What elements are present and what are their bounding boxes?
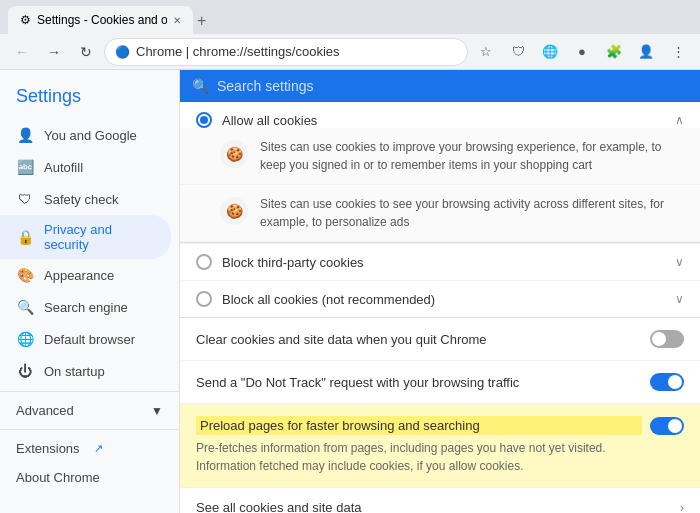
clear-cookies-label: Clear cookies and site data when you qui… [196, 332, 650, 347]
about-label: About Chrome [16, 470, 100, 485]
menu-icon[interactable]: ⋮ [664, 38, 692, 66]
tab-close-button[interactable]: ✕ [173, 15, 181, 26]
block-third-party-option[interactable]: Block third-party cookies ∨ [180, 243, 700, 280]
sidebar-item-label: Appearance [44, 268, 114, 283]
allow-all-cookies-option[interactable]: Allow all cookies ∧ [180, 102, 700, 128]
settings-title: Settings [0, 78, 179, 119]
see-all-cookies-row[interactable]: See all cookies and site data › [180, 488, 700, 513]
allow-all-label: Allow all cookies [222, 113, 665, 128]
cookie-desc-2: Sites can use cookies to see your browsi… [260, 195, 684, 231]
autofill-icon: 🔤 [16, 158, 34, 176]
sidebar-divider [0, 391, 179, 392]
extensions-label: Extensions [16, 441, 80, 456]
active-tab[interactable]: ⚙ Settings - Cookies and other site... ✕ [8, 6, 193, 34]
sidebar-item-safety-check[interactable]: 🛡 Safety check [0, 183, 171, 215]
block-third-party-chevron-icon: ∨ [675, 255, 684, 269]
bookmark-icon[interactable]: ☆ [472, 38, 500, 66]
sidebar-item-label: Privacy and security [44, 222, 155, 252]
do-not-track-toggle[interactable] [650, 373, 684, 391]
back-button[interactable]: ← [8, 38, 36, 66]
sidebar-item-default-browser[interactable]: 🌐 Default browser [0, 323, 171, 355]
advanced-chevron-icon: ▼ [151, 404, 163, 418]
sidebar-item-label: On startup [44, 364, 105, 379]
cookie-info-1: 🍪 Sites can use cookies to improve your … [180, 128, 700, 185]
profile-icon[interactable]: ● [568, 38, 596, 66]
sidebar-item-search-engine[interactable]: 🔍 Search engine [0, 291, 171, 323]
security-icon: 🔵 [115, 45, 130, 59]
address-bar[interactable]: 🔵 Chrome | chrome://settings/cookies [104, 38, 468, 66]
search-icon: 🔍 [192, 78, 209, 94]
cookie-icon-2: 🍪 [220, 197, 248, 225]
block-third-party-radio[interactable] [196, 254, 212, 270]
block-all-option[interactable]: Block all cookies (not recommended) ∨ [180, 280, 700, 318]
cookie-icon-1: 🍪 [220, 140, 248, 168]
block-third-party-label: Block third-party cookies [222, 255, 665, 270]
toolbar-icons: ☆ 🛡 🌐 ● 🧩 👤 ⋮ [472, 38, 692, 66]
content-area: 🔍 Allow all cookies ∧ 🍪 Sites can use co… [180, 70, 700, 513]
safety-check-icon: 🛡 [16, 190, 34, 208]
preload-pages-inner: Preload pages for faster browsing and se… [196, 416, 684, 435]
sidebar-item-label: Search engine [44, 300, 128, 315]
sidebar-item-on-startup[interactable]: ⏻ On startup [0, 355, 171, 387]
browser-toolbar: ← → ↻ 🔵 Chrome | chrome://settings/cooki… [0, 34, 700, 70]
app-layout: Settings 👤 You and Google 🔤 Autofill 🛡 S… [0, 70, 700, 513]
block-all-chevron-icon: ∨ [675, 292, 684, 306]
external-link-icon: ↗ [94, 442, 103, 455]
account-icon[interactable]: 👤 [632, 38, 660, 66]
url-display: Chrome | chrome://settings/cookies [136, 44, 340, 59]
sidebar-item-label: Default browser [44, 332, 135, 347]
tab-bar: ⚙ Settings - Cookies and other site... ✕… [0, 0, 700, 34]
sidebar-advanced-section[interactable]: Advanced ▼ [0, 396, 179, 425]
sidebar-item-appearance[interactable]: 🎨 Appearance [0, 259, 171, 291]
advanced-label: Advanced [16, 403, 74, 418]
sidebar-item-you-google[interactable]: 👤 You and Google [0, 119, 171, 151]
sidebar-item-autofill[interactable]: 🔤 Autofill [0, 151, 171, 183]
sidebar-item-about[interactable]: About Chrome [0, 463, 171, 492]
cookie-desc-1: Sites can use cookies to improve your br… [260, 138, 684, 174]
on-startup-icon: ⏻ [16, 362, 34, 380]
tab-title: Settings - Cookies and other site... [37, 13, 167, 27]
do-not-track-row: Send a "Do Not Track" request with your … [180, 361, 700, 404]
search-input[interactable] [217, 78, 688, 94]
see-all-label: See all cookies and site data [196, 500, 680, 513]
preload-pages-row: Preload pages for faster browsing and se… [180, 404, 700, 488]
chrome-icon[interactable]: 🌐 [536, 38, 564, 66]
sidebar-divider-2 [0, 429, 179, 430]
privacy-icon: 🔒 [16, 228, 34, 246]
new-tab-button[interactable]: + [193, 8, 210, 34]
sidebar-item-label: Autofill [44, 160, 83, 175]
search-engine-icon: 🔍 [16, 298, 34, 316]
shield-icon[interactable]: 🛡 [504, 38, 532, 66]
allow-all-expanded: 🍪 Sites can use cookies to improve your … [180, 128, 700, 243]
allow-all-chevron-icon: ∧ [675, 113, 684, 127]
search-bar: 🔍 [180, 70, 700, 102]
you-google-icon: 👤 [16, 126, 34, 144]
block-all-label: Block all cookies (not recommended) [222, 292, 665, 307]
reload-button[interactable]: ↻ [72, 38, 100, 66]
appearance-icon: 🎨 [16, 266, 34, 284]
do-not-track-label: Send a "Do Not Track" request with your … [196, 375, 650, 390]
allow-all-radio[interactable] [196, 112, 212, 128]
tab-favicon: ⚙ [20, 13, 31, 27]
preload-pages-label: Preload pages for faster browsing and se… [196, 416, 642, 435]
clear-cookies-row: Clear cookies and site data when you qui… [180, 318, 700, 361]
block-all-radio[interactable] [196, 291, 212, 307]
see-all-arrow-icon: › [680, 500, 684, 513]
cookie-info-2: 🍪 Sites can use cookies to see your brow… [180, 185, 700, 242]
default-browser-icon: 🌐 [16, 330, 34, 348]
sidebar: Settings 👤 You and Google 🔤 Autofill 🛡 S… [0, 70, 180, 513]
sidebar-item-extensions[interactable]: Extensions ↗ [0, 434, 179, 463]
preload-pages-description: Pre-fetches information from pages, incl… [196, 439, 684, 475]
sidebar-item-label: You and Google [44, 128, 137, 143]
extensions-icon[interactable]: 🧩 [600, 38, 628, 66]
sidebar-item-label: Safety check [44, 192, 118, 207]
clear-cookies-toggle[interactable] [650, 330, 684, 348]
sidebar-item-privacy-security[interactable]: 🔒 Privacy and security [0, 215, 171, 259]
forward-button[interactable]: → [40, 38, 68, 66]
preload-pages-toggle[interactable] [650, 417, 684, 435]
